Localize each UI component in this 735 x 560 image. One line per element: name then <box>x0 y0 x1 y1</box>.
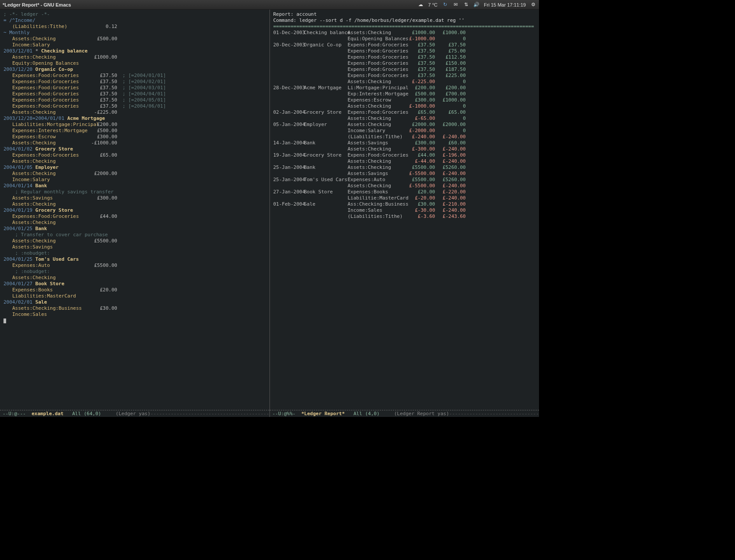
source-line[interactable]: Assets:Checking <box>4 220 266 226</box>
source-line[interactable]: Assets:Savings£300.00 <box>4 195 266 201</box>
source-line[interactable]: Expenses:Food:Groceries£44.00 <box>4 214 266 220</box>
report-command: Command: ledger --sort d -f /home/borbus… <box>273 18 536 24</box>
report-row[interactable]: (Liabilities:Tithe)£-240.00£-240.00 <box>273 134 536 140</box>
source-line[interactable]: ; :nobudget: <box>4 269 266 275</box>
source-line[interactable]: Liabilities:MasterCard <box>4 293 266 299</box>
source-line[interactable]: Equity:Opening Balances <box>4 60 266 66</box>
buffer-mode: (Ledger Report yas) <box>394 411 449 416</box>
report-row[interactable]: 20-Dec-2003Organic Co-opExpens:Food:Groc… <box>273 42 536 48</box>
report-row[interactable]: Income:Salary£-2000.000 <box>273 128 536 134</box>
source-line[interactable]: Liabilities:Mortgage:Principal£200.00 <box>4 122 266 128</box>
source-line[interactable]: Assets:Savings <box>4 244 266 250</box>
buffer-name: *Ledger Report* <box>301 411 345 416</box>
source-line[interactable]: Expenses:Auto£5500.00 <box>4 262 266 269</box>
report-row[interactable]: Assets:Checking£-1000.000 <box>273 103 536 109</box>
report-row[interactable]: Assets:Checking£-65.000 <box>273 116 536 122</box>
report-row[interactable]: 28-Dec-2003Acme MortgageLi:Mortgage:Prin… <box>273 85 536 91</box>
source-line[interactable]: 2004/01/27 Book Store <box>4 281 266 287</box>
report-row[interactable]: Equi:Opening Balances£-1000.000 <box>273 36 536 42</box>
mail-icon[interactable]: ✉ <box>452 2 458 8</box>
buffer-pos: All (4,0) <box>354 411 380 416</box>
right-window[interactable]: Report: accountCommand: ledger --sort d … <box>270 10 539 417</box>
source-line[interactable]: Assets:Checking-£225.00 <box>4 109 266 116</box>
source-line[interactable]: Expenses:Interest:Mortgage£500.00 <box>4 128 266 134</box>
source-line[interactable]: 2004/01/19 Grocery Store <box>4 207 266 214</box>
source-line[interactable]: Expenses:Food:Groceries£37.50; [=2004/06… <box>4 103 266 109</box>
report-row[interactable]: 01-Dec-2003Checking balanceAssets:Checki… <box>273 30 536 36</box>
report-row[interactable]: Expens:Food:Groceries£37.50£112.50 <box>273 54 536 60</box>
source-line[interactable]: Expenses:Food:Groceries£37.50; [=2004/01… <box>4 73 266 79</box>
source-line[interactable]: ; -*- ledger -*- <box>4 11 266 18</box>
source-line[interactable]: = /^Income/ <box>4 18 266 24</box>
source-line[interactable]: 2004/02/01 Sale <box>4 299 266 305</box>
source-line[interactable]: Expenses:Food:Groceries£37.50; [=2004/03… <box>4 85 266 91</box>
source-line[interactable]: Assets:Checking£1000.00 <box>4 54 266 60</box>
source-line[interactable]: ~ Monthly <box>4 30 266 36</box>
report-row[interactable]: 01-Feb-2004SaleAss:Checking:Business£30.… <box>273 201 536 207</box>
source-line[interactable]: Income:Salary <box>4 42 266 48</box>
report-row[interactable]: Expenses:Escrow£300.00£1000.00 <box>273 97 536 103</box>
ledger-source-buffer[interactable]: ; -*- ledger -*-= /^Income/(Liabilities:… <box>0 10 270 410</box>
report-row[interactable]: 25-Jan-2004BankAssets:Checking£5500.00£5… <box>273 164 536 171</box>
source-line[interactable]: Income:Salary <box>4 177 266 183</box>
source-line[interactable]: 2004/01/05 Employer <box>4 164 266 171</box>
report-row[interactable]: 27-Jan-2004Book StoreExpenses:Books£20.0… <box>273 189 536 195</box>
report-row[interactable]: (Liabilities:Tithe)£-3.60£-243.60 <box>273 214 536 220</box>
report-row[interactable]: Expens:Food:Groceries£37.50£150.00 <box>273 60 536 66</box>
window-titlebar: *Ledger Report* - GNU Emacs ☁ 7 °C ↻ ✉ ⇅… <box>0 0 539 10</box>
report-row[interactable]: Assets:Savings£-5500.00£-240.00 <box>273 171 536 177</box>
source-line[interactable]: (Liabilities:Tithe)0.12 <box>4 24 266 30</box>
report-row[interactable]: Liabilitie:MasterCard£-20.00£-240.00 <box>273 195 536 201</box>
source-line[interactable]: Assets:Checking£500.00 <box>4 36 266 42</box>
source-line[interactable]: 2004/01/14 Bank <box>4 183 266 189</box>
report-row[interactable]: Assets:Checking£-300.00£-240.00 <box>273 146 536 152</box>
report-row[interactable]: Exp:Interest:Mortgage£500.00£700.00 <box>273 91 536 97</box>
source-line[interactable]: Assets:Checking <box>4 275 266 281</box>
source-line[interactable]: 2004/01/25 Tom's Used Cars <box>4 256 266 262</box>
source-line[interactable]: Expenses:Food:Groceries£37.50; [=2004/04… <box>4 91 266 97</box>
report-row[interactable]: 02-Jan-2004Grocery StoreExpens:Food:Groc… <box>273 109 536 116</box>
modeline-left[interactable]: --U:@--- example.dat All (64,0) (Ledger … <box>0 410 270 417</box>
modeline-prefix: --U:@%%- <box>273 411 296 416</box>
source-line[interactable]: Expenses:Food:Groceries£37.50; [=2004/02… <box>4 79 266 85</box>
source-line[interactable]: Income:Sales <box>4 312 266 318</box>
source-line[interactable]: 2004/01/02 Grocery Store <box>4 146 266 152</box>
report-row[interactable]: Expens:Food:Groceries£37.50£187.50 <box>273 66 536 73</box>
source-line[interactable]: Expenses:Escrow£300.00 <box>4 134 266 140</box>
source-line[interactable]: 2004/01/25 Bank <box>4 226 266 232</box>
source-line[interactable]: ; :nobudget: <box>4 250 266 256</box>
volume-icon[interactable]: 🔊 <box>473 2 480 8</box>
report-row[interactable]: Assets:Checking£-5500.00£-240.00 <box>273 183 536 189</box>
report-row[interactable]: 25-Jan-2004Tom's Used CarsExpenses:Auto£… <box>273 177 536 183</box>
source-line[interactable]: Assets:Checking <box>4 201 266 207</box>
source-line[interactable]: 2003/12/28=2004/01/01 Acme Mortgage <box>4 116 266 122</box>
network-icon[interactable]: ⇅ <box>463 2 469 8</box>
report-row[interactable]: 14-Jan-2004BankAssets:Savings£300.00£60.… <box>273 140 536 146</box>
source-line[interactable]: Assets:Checking <box>4 158 266 164</box>
report-row[interactable]: Assets:Checking£-225.000 <box>273 79 536 85</box>
source-line[interactable]: Assets:Checking-£1000.00 <box>4 140 266 146</box>
source-line[interactable]: Assets:Checking£5500.00 <box>4 238 266 244</box>
report-row[interactable]: Assets:Checking£-44.00£-240.00 <box>273 158 536 164</box>
source-line[interactable]: Expenses:Books£20.00 <box>4 287 266 293</box>
refresh-icon[interactable]: ↻ <box>442 2 448 8</box>
source-line[interactable]: ; Transfer to cover car purchase <box>4 232 266 238</box>
weather-text: 7 °C <box>428 2 438 7</box>
source-line[interactable]: 2003/12/20 Organic Co-op <box>4 66 266 73</box>
source-line[interactable]: Assets:Checking:Business£30.00 <box>4 305 266 312</box>
weather-icon[interactable]: ☁ <box>417 2 424 8</box>
report-row[interactable]: 05-Jan-2004EmployerAssets:Checking£2000.… <box>273 122 536 128</box>
source-line[interactable]: Expenses:Food:Groceries£65.00 <box>4 152 266 158</box>
modeline-right[interactable]: --U:@%%- *Ledger Report* All (4,0) (Ledg… <box>270 410 539 417</box>
report-row[interactable]: Income:Sales£-30.00£-240.00 <box>273 207 536 214</box>
source-line[interactable]: Assets:Checking£2000.00 <box>4 171 266 177</box>
source-line[interactable]: 2003/12/01 * Checking balance <box>4 48 266 54</box>
left-window[interactable]: ; -*- ledger -*-= /^Income/(Liabilities:… <box>0 10 270 417</box>
report-row[interactable]: Expens:Food:Groceries£37.50£75.00 <box>273 48 536 54</box>
ledger-report-buffer[interactable]: Report: accountCommand: ledger --sort d … <box>270 10 539 410</box>
report-row[interactable]: 19-Jan-2004Grocery StoreExpens:Food:Groc… <box>273 152 536 158</box>
settings-icon[interactable]: ⚙ <box>530 2 536 8</box>
source-line[interactable]: ; Regular monthly savings transfer <box>4 189 266 195</box>
source-line[interactable]: Expenses:Food:Groceries£37.50; [=2004/05… <box>4 97 266 103</box>
report-row[interactable]: Expens:Food:Groceries£37.50£225.00 <box>273 73 536 79</box>
